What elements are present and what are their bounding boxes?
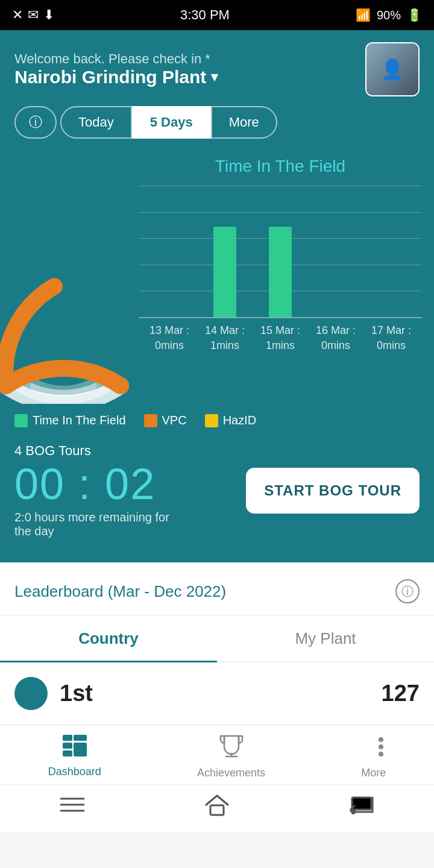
tab-today[interactable]: Today [60,106,132,139]
battery-icon: 🔋 [407,8,422,22]
rank-dot [14,677,48,710]
app-header: Welcome back. Please check in * Nairobi … [0,30,434,106]
chart-title: Time In The Field [139,157,422,176]
legend-label-vpc: VPC [162,414,187,427]
legend-label-field: Time In The Field [33,414,126,427]
bar-group-4 [366,186,416,317]
bog-info: 4 BOG Tours 00 : 02 2:0 hours more remai… [14,443,171,538]
bar-labels: 13 Mar :0mins 14 Mar :1mins 15 Mar :1min… [139,318,422,353]
bog-timer: 00 : 02 [14,462,171,506]
legend-item-field: Time In The Field [14,414,126,427]
bar-chart-section: Time In The Field [133,151,434,404]
bog-remaining: 2:0 hours more remaining for the day [14,511,171,538]
welcome-text: Welcome back. Please check in * [14,51,218,67]
svg-rect-2 [63,743,72,749]
bar-group-3 [311,186,360,317]
rank-text: 1st [60,681,93,706]
bar-2 [269,227,292,317]
leaderboard-header: Leaderboard (Mar - Dec 2022) ⓘ [0,562,434,616]
tab-my-plant[interactable]: My Plant [217,616,434,661]
tab-country[interactable]: Country [0,616,217,661]
tab-more[interactable]: More [211,106,277,139]
info-icon: ⓘ [29,113,42,131]
battery-text: 90% [377,8,401,22]
legend-item-vpc: VPC [144,414,187,427]
status-bar: ✕ ✉ ⬇ 3:30 PM 📶 90% 🔋 [0,0,434,30]
bar-label-1: 14 Mar :1mins [200,323,250,353]
legend-label-hazid: HazID [223,414,257,427]
bar-label-0: 13 Mar :0mins [145,323,194,353]
view-tab-bar: ⓘ Today 5 Days More [14,106,420,139]
chart-area: Time In The Field [0,151,434,404]
dashboard-icon [63,735,87,762]
leaderboard-info-icon[interactable]: ⓘ [395,579,420,603]
legend-item-hazid: HazID [205,414,257,427]
bar-1 [213,227,236,317]
status-right-icons: 📶 90% 🔋 [356,8,422,22]
leaderboard-tabs: Country My Plant [0,616,434,662]
bar-group-1 [200,186,250,317]
svg-point-7 [379,737,383,742]
wifi-icon: 📶 [356,8,371,22]
main-teal-section: Welcome back. Please check in * Nairobi … [0,30,434,562]
bars-container [139,186,422,317]
bar-group-2 [256,186,305,317]
device-nav-bar [0,784,434,832]
download-icon: ⬇ [43,7,54,23]
status-left-icons: ✕ ✉ ⬇ [12,7,54,23]
svg-rect-4 [74,743,87,756]
bar-label-2: 15 Mar :1mins [256,323,305,353]
nav-achievements-label: Achievements [197,767,265,779]
back-icon[interactable] [350,795,374,819]
legend-dot-field [14,414,28,427]
more-icon [362,735,386,763]
header-text: Welcome back. Please check in * Nairobi … [14,51,218,87]
avatar-image: 👤 [366,43,418,95]
svg-rect-1 [74,735,87,741]
svg-point-9 [379,752,383,756]
semicircle-chart [0,151,133,404]
chevron-down-icon: ▾ [211,69,218,85]
hamburger-icon[interactable] [60,796,84,817]
home-icon[interactable] [204,793,230,820]
bar-group-0 [145,186,194,317]
legend-dot-hazid [205,414,218,427]
score-text: 127 [382,681,420,706]
nav-dashboard[interactable]: Dashboard [48,735,101,779]
nav-dashboard-label: Dashboard [48,766,101,778]
svg-rect-3 [63,750,72,756]
bar-chart [139,186,422,318]
bar-label-3: 16 Mar :0mins [311,323,360,353]
white-section: Leaderboard (Mar - Dec 2022) ⓘ Country M… [0,562,434,725]
legend-dot-vpc [144,414,157,427]
bottom-nav: Dashboard Achievements More [0,725,434,784]
bar-label-4: 17 Mar :0mins [366,323,416,353]
location-selector[interactable]: Nairobi Grinding Plant ▾ [14,67,218,87]
svg-point-8 [379,744,383,749]
nav-more-label: More [361,767,386,779]
info-tab[interactable]: ⓘ [14,106,57,139]
avatar[interactable]: 👤 [365,42,420,96]
mail-icon: ✉ [28,7,39,23]
svg-rect-0 [63,735,72,741]
leaderboard-title: Leaderboard (Mar - Dec 2022) [14,582,226,601]
chart-legend: Time In The Field VPC HazID [0,404,434,437]
bog-tours-label: 4 BOG Tours [14,443,171,459]
start-bog-button[interactable]: START BOG TOUR [246,468,420,514]
leaderboard-row: 1st 127 [0,662,434,725]
nav-more[interactable]: More [361,735,386,779]
nav-achievements[interactable]: Achievements [197,735,265,779]
status-time: 3:30 PM [180,7,230,23]
tab-5days[interactable]: 5 Days [132,106,211,139]
x-icon: ✕ [12,7,23,23]
location-name: Nairobi Grinding Plant [14,67,206,87]
svg-rect-13 [210,805,224,815]
trophy-icon [219,735,244,763]
bog-section: 4 BOG Tours 00 : 02 2:0 hours more remai… [0,437,434,544]
